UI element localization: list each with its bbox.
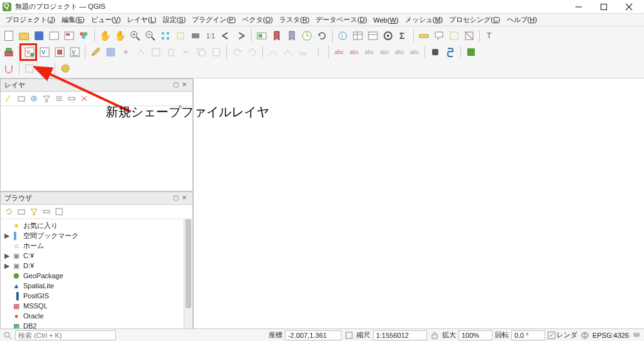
show-annotations-button[interactable]: T — [483, 29, 497, 43]
zoom-to-layer-button[interactable] — [189, 29, 203, 43]
map-tips-button[interactable] — [432, 29, 446, 43]
plugin-manage-button[interactable] — [428, 45, 442, 59]
locator-search-input[interactable] — [18, 331, 105, 340]
menu-データベース[interactable]: データベース(D) — [313, 15, 370, 24]
python-console-button[interactable] — [443, 45, 457, 59]
pan-to-selection-button[interactable]: ✋ — [113, 29, 127, 43]
zoom-full-button[interactable] — [158, 29, 172, 43]
new-bookmark-button[interactable] — [270, 29, 284, 43]
layers-panel-float-icon[interactable]: ▢ — [171, 81, 180, 90]
collapse-all-icon[interactable] — [66, 93, 77, 104]
snapping-button[interactable] — [2, 62, 16, 75]
messages-icon[interactable] — [631, 330, 641, 340]
layers-panel-close-icon[interactable]: ✕ — [180, 81, 189, 90]
new-map-view-button[interactable] — [255, 29, 269, 43]
browser-refresh-icon[interactable] — [3, 206, 14, 217]
open-attr-table-button[interactable] — [351, 29, 365, 43]
browser-tree[interactable]: ★お気に入り▶▌空間ブックマーク⌂ホーム▶▣C:¥▶▣D:¥⬢GeoPackag… — [1, 219, 192, 330]
scale-lock-icon[interactable] — [430, 330, 440, 340]
browser-item-MSSQL[interactable]: ▦MSSQL — [2, 301, 191, 311]
split-features-button[interactable] — [311, 45, 325, 59]
browser-scrollbar[interactable] — [184, 219, 192, 330]
new-print-layout-button[interactable] — [47, 29, 61, 43]
statistical-summary-button[interactable]: Σ — [396, 29, 410, 43]
close-button[interactable] — [616, 0, 641, 14]
zoom-next-button[interactable] — [234, 29, 248, 43]
zoom-out-button[interactable] — [143, 29, 157, 43]
add-group-icon[interactable] — [16, 93, 27, 104]
digitize-curve-button[interactable] — [266, 45, 280, 59]
menu-ラスタ[interactable]: ラスタ(R) — [276, 15, 313, 24]
crs-label[interactable]: EPSG:4326 — [592, 332, 629, 339]
show-labels-button[interactable]: abc — [392, 45, 406, 59]
tracing-button[interactable] — [38, 62, 52, 75]
layout-manager-button[interactable] — [62, 29, 76, 43]
scale-value[interactable]: 1:1556012 — [376, 332, 409, 339]
browser-item-C:¥[interactable]: ▶▣C:¥ — [2, 251, 191, 261]
menu-プラグイン[interactable]: プラグイン(P) — [189, 15, 239, 24]
modify-attributes-button[interactable] — [149, 45, 163, 59]
browser-item-PostGIS[interactable]: ▐PostGIS — [2, 291, 191, 301]
browser-item-Oracle[interactable]: ●Oracle — [2, 311, 191, 321]
identify-button[interactable]: i — [336, 29, 350, 43]
offset-curve-button[interactable] — [296, 45, 310, 59]
filter-legend-icon[interactable] — [41, 93, 52, 104]
browser-properties-icon[interactable] — [53, 206, 65, 217]
browser-filter-icon[interactable] — [28, 206, 40, 217]
maximize-button[interactable] — [591, 0, 616, 14]
processing-button[interactable] — [58, 62, 72, 75]
menu-ビュー[interactable]: ビュー(V) — [88, 15, 125, 24]
change-label-button[interactable]: abc — [362, 45, 376, 59]
toolbox-button[interactable] — [381, 29, 395, 43]
browser-item-ホーム[interactable]: ⌂ホーム — [2, 241, 191, 251]
browser-panel-float-icon[interactable]: ▢ — [171, 194, 180, 203]
new-geopackage-layer-button[interactable] — [53, 45, 67, 59]
remove-layer-icon[interactable] — [79, 93, 90, 104]
browser-item-お気に入り[interactable]: ★お気に入り — [2, 220, 191, 230]
zoom-native-button[interactable]: 1:1 — [204, 29, 218, 43]
label-properties-button[interactable]: abc — [408, 45, 421, 59]
reshape-button[interactable] — [281, 45, 295, 59]
refresh-button[interactable] — [315, 29, 329, 43]
delete-selected-button[interactable] — [164, 45, 178, 59]
show-bookmarks-button[interactable] — [285, 29, 299, 43]
browser-item-D:¥[interactable]: ▶▣D:¥ — [2, 261, 191, 271]
menu-レイヤ[interactable]: レイヤ(L) — [124, 15, 159, 24]
minimize-button[interactable] — [566, 0, 591, 14]
vertex-tool-button[interactable] — [134, 45, 148, 59]
menu-Web[interactable]: Web(W) — [370, 16, 402, 24]
rotation-value[interactable]: 0.0 ° — [514, 332, 529, 339]
menu-メッシュ[interactable]: メッシュ(M) — [402, 15, 447, 24]
render-checkbox[interactable]: ✓ — [548, 332, 555, 339]
menu-プロジェクト[interactable]: プロジェクト(J) — [3, 15, 58, 24]
data-source-manager-button[interactable] — [2, 45, 16, 59]
rotate-label-button[interactable]: abc — [347, 45, 361, 59]
menu-ヘルプ[interactable]: ヘルプ(H) — [504, 15, 540, 24]
zoom-last-button[interactable] — [219, 29, 233, 43]
manage-visibility-icon[interactable] — [28, 93, 40, 104]
zoom-to-selection-button[interactable] — [174, 29, 187, 43]
move-label-button[interactable]: abc — [332, 45, 346, 59]
layers-tree[interactable] — [1, 106, 192, 191]
browser-add-icon[interactable] — [16, 206, 27, 217]
toggle-editing-button[interactable] — [89, 45, 103, 59]
new-spatialite-layer-button[interactable]: V — [38, 45, 52, 59]
save-project-button[interactable] — [32, 29, 46, 43]
style-manager-button[interactable] — [77, 29, 91, 43]
map-canvas[interactable]: 新規シェープファイルレイヤ — [194, 78, 644, 330]
browser-panel-close-icon[interactable]: ✕ — [180, 194, 189, 203]
browser-collapse-icon[interactable] — [41, 206, 52, 217]
new-shapefile-layer-button[interactable]: V — [23, 45, 36, 59]
pan-map-button[interactable]: ✋ — [98, 29, 112, 43]
undo-button[interactable] — [230, 45, 244, 59]
coord-toggle-icon[interactable] — [344, 330, 354, 340]
paste-features-button[interactable] — [209, 45, 223, 59]
browser-item-GeoPackage[interactable]: ⬢GeoPackage — [2, 271, 191, 281]
save-edits-button[interactable] — [104, 45, 118, 59]
menu-ベクタ[interactable]: ベクタ(O) — [239, 15, 276, 24]
locator-icon[interactable] — [3, 330, 13, 340]
deselect-features-button[interactable] — [462, 29, 476, 43]
measure-button[interactable] — [417, 29, 431, 43]
browser-item-SpatiaLite[interactable]: ▲SpatiaLite — [2, 281, 191, 291]
no-selection-button[interactable] — [23, 62, 36, 75]
